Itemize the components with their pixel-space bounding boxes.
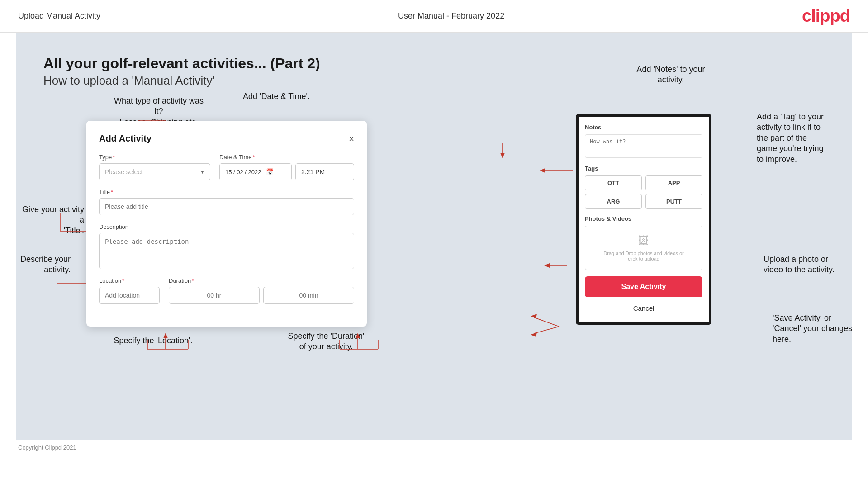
- location-input[interactable]: [99, 287, 160, 304]
- photos-dropzone[interactable]: 🖼 Drag and Drop photos and videos or cli…: [585, 226, 702, 270]
- location-group: Location*: [99, 277, 160, 304]
- datetime-label: Date & Time*: [219, 154, 354, 161]
- page-title: Upload Manual Activity: [18, 11, 100, 21]
- title-row: Title*: [99, 189, 354, 215]
- svg-marker-28: [500, 153, 505, 158]
- top-bar: Upload Manual Activity User Manual - Feb…: [0, 0, 868, 33]
- annotation-title: Give your activity a 'Title'.: [16, 204, 84, 236]
- copyright: Copyright Clippd 2021: [18, 444, 76, 451]
- description-row: Description: [99, 223, 354, 269]
- duration-inputs: [169, 287, 354, 304]
- notes-textarea[interactable]: [585, 134, 702, 158]
- close-button[interactable]: ×: [349, 134, 354, 143]
- annotation-duration: Specify the 'Duration' of your activity.: [274, 331, 378, 352]
- main-content: All your golf-relevant activities... (Pa…: [16, 33, 852, 440]
- description-group: Description: [99, 223, 354, 269]
- type-datetime-row: Type* Please select Date & Time* 15 / 02…: [99, 154, 354, 180]
- svg-line-33: [534, 317, 559, 327]
- phone-panel: Notes Tags OTT APP ARG PUTT Photos & Vid…: [576, 114, 711, 325]
- tag-arg[interactable]: ARG: [585, 194, 642, 209]
- type-select[interactable]: Please select: [99, 163, 210, 180]
- phone-content: Notes Tags OTT APP ARG PUTT Photos & Vid…: [579, 117, 709, 322]
- duration-label: Duration*: [169, 277, 354, 284]
- calendar-icon: 📅: [266, 168, 274, 175]
- manual-title: User Manual - February 2022: [398, 11, 504, 21]
- location-label: Location*: [99, 277, 160, 284]
- photos-hint: Drag and Drop photos and videos or click…: [603, 251, 683, 261]
- description-label: Description: [99, 223, 354, 230]
- footer: Copyright Clippd 2021: [0, 440, 868, 455]
- date-time-group: 15 / 02 / 2022 📅: [219, 163, 354, 180]
- title-input[interactable]: [99, 198, 354, 215]
- photos-label: Photos & Videos: [585, 215, 702, 222]
- datetime-group: Date & Time* 15 / 02 / 2022 📅: [219, 154, 354, 180]
- duration-hr-input[interactable]: [169, 287, 260, 304]
- duration-min-input[interactable]: [263, 287, 354, 304]
- svg-marker-32: [544, 263, 550, 268]
- modal-title: Add Activity: [99, 133, 152, 144]
- notes-label: Notes: [585, 124, 702, 131]
- type-select-wrapper: Please select: [99, 163, 210, 180]
- annotation-notes: Add 'Notes' to your activity.: [621, 64, 721, 85]
- logo: clippd: [802, 6, 850, 26]
- duration-group: Duration*: [169, 277, 354, 304]
- annotation-datetime: Add 'Date & Time'.: [236, 91, 317, 102]
- annotation-tag: Add a 'Tag' to your activity to link it …: [757, 112, 856, 165]
- tags-grid: OTT APP ARG PUTT: [585, 175, 702, 209]
- photo-icon: 🖼: [638, 234, 649, 247]
- save-activity-button[interactable]: Save Activity: [585, 276, 702, 297]
- title-label: Title*: [99, 189, 354, 195]
- svg-marker-34: [531, 314, 537, 318]
- time-input[interactable]: [295, 163, 354, 180]
- annotation-save: 'Save Activity' or 'Cancel' your changes…: [773, 313, 868, 345]
- location-duration-row: Location* Duration*: [99, 277, 354, 304]
- title-group: Title*: [99, 189, 354, 215]
- tag-app[interactable]: APP: [645, 175, 702, 190]
- annotation-location: Specify the 'Location'.: [114, 336, 193, 346]
- annotation-description: Describe your activity.: [16, 254, 71, 275]
- tag-putt[interactable]: PUTT: [645, 194, 702, 209]
- modal-header: Add Activity ×: [99, 133, 354, 144]
- cancel-button[interactable]: Cancel: [585, 302, 702, 315]
- tags-label: Tags: [585, 165, 702, 172]
- svg-marker-36: [531, 332, 537, 337]
- svg-marker-30: [540, 168, 545, 173]
- annotation-upload: Upload a photo or video to the activity.: [764, 254, 865, 275]
- add-activity-modal: Add Activity × Type* Please select Date …: [86, 121, 367, 327]
- type-label: Type*: [99, 154, 210, 161]
- tag-ott[interactable]: OTT: [585, 175, 642, 190]
- date-input[interactable]: 15 / 02 / 2022 📅: [219, 163, 292, 180]
- description-input[interactable]: [99, 233, 354, 269]
- type-group: Type* Please select: [99, 154, 210, 180]
- svg-line-35: [534, 327, 559, 333]
